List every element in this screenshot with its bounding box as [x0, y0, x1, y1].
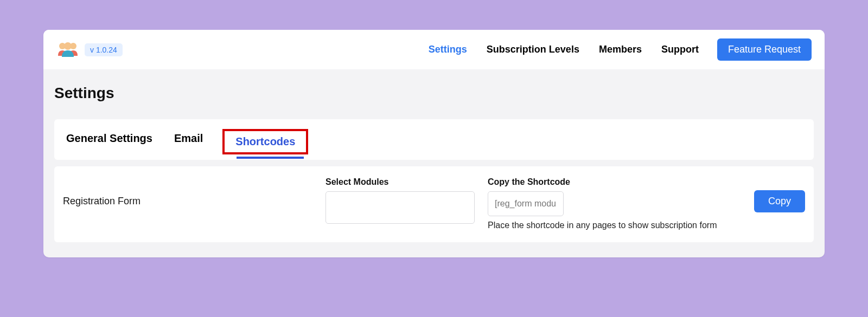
page-title: Settings — [54, 85, 814, 102]
logo-wrap: v 1.0.24 — [56, 41, 123, 59]
nav-support[interactable]: Support — [661, 44, 699, 55]
tab-email[interactable]: Email — [172, 129, 205, 160]
select-modules-column: Select Modules — [326, 177, 475, 224]
select-modules-label: Select Modules — [326, 177, 475, 187]
app-card: v 1.0.24 Settings Subscription Levels Me… — [43, 30, 825, 257]
users-group-icon — [56, 41, 79, 59]
copy-button[interactable]: Copy — [754, 190, 805, 212]
copy-button-column: Copy — [754, 177, 805, 212]
tab-general-settings[interactable]: General Settings — [64, 129, 155, 160]
topbar: v 1.0.24 Settings Subscription Levels Me… — [43, 30, 825, 69]
nav-settings[interactable]: Settings — [429, 44, 467, 55]
page-body: Settings General Settings Email Shortcod… — [43, 69, 825, 257]
nav-subscription-levels[interactable]: Subscription Levels — [487, 44, 579, 55]
select-modules-input[interactable] — [326, 191, 475, 224]
tabs-card: General Settings Email Shortcodes — [54, 119, 814, 160]
copy-shortcode-label: Copy the Shortcode — [488, 177, 741, 187]
svg-point-2 — [64, 42, 72, 50]
copy-shortcode-column: Copy the Shortcode Place the shortcode i… — [488, 177, 741, 230]
shortcode-helper-text: Place the shortcode in any pages to show… — [488, 221, 741, 230]
nav-links: Settings Subscription Levels Members Sup… — [429, 44, 699, 55]
nav-members[interactable]: Members — [599, 44, 642, 55]
feature-request-button[interactable]: Feature Request — [717, 38, 812, 61]
shortcodes-panel: Registration Form Select Modules Copy th… — [54, 166, 814, 242]
version-badge: v 1.0.24 — [85, 43, 123, 56]
shortcode-input[interactable] — [488, 191, 564, 216]
tab-shortcodes[interactable]: Shortcodes — [222, 129, 308, 154]
row-label-registration-form: Registration Form — [63, 177, 312, 207]
